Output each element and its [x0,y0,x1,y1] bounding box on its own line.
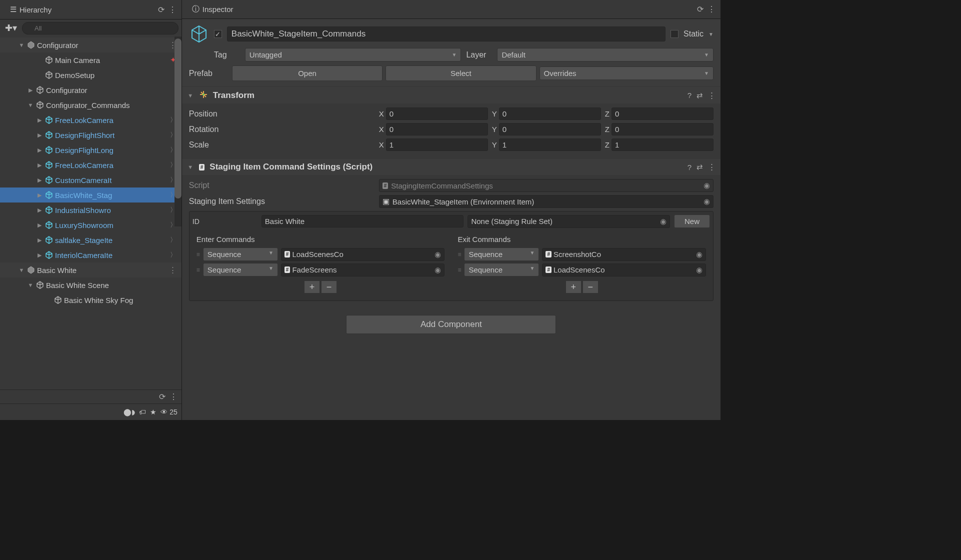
remove-command-button[interactable]: − [582,280,598,294]
position-y-input[interactable] [499,108,601,120]
object-picker-icon[interactable]: ◉ [660,217,666,226]
menu-icon[interactable]: ⋮ [708,91,716,100]
object-picker-icon[interactable]: ◉ [434,250,441,259]
tree-item[interactable]: ▶ InteriolCameraIte 〉 [0,248,182,262]
tag-icon[interactable]: 🏷 [139,408,146,416]
scrollbar[interactable] [174,36,182,226]
id-input[interactable] [262,215,464,228]
scale-x-input[interactable] [386,138,488,151]
script-header[interactable]: ▼ # Staging Item Command Settings (Scrip… [182,159,720,175]
command-object-field[interactable]: #LoadScenesCo◉ [281,248,445,261]
menu-icon[interactable]: ⋮ [170,392,178,402]
foldout-icon[interactable]: ▶ [27,87,34,94]
tree-item[interactable]: Main Camera ✦ [0,52,182,68]
add-component-button[interactable]: Add Component [346,315,556,334]
sequence-dropdown[interactable]: Sequence▼ [464,263,539,276]
preset-icon[interactable]: ⇄ [696,162,703,172]
command-object-field[interactable]: #FadeScreens◉ [281,264,445,276]
prefab-open-icon[interactable]: 〉 [170,250,176,260]
panel-menu-icon[interactable]: ⋮ [708,4,716,14]
tree-item[interactable]: ▶ LuxuryShowroom 〉 [0,218,182,232]
foldout-icon[interactable]: ▶ [36,252,43,258]
tree-item[interactable]: ▶ FreeLookCamera 〉 [0,158,182,172]
help-icon[interactable]: ? [688,163,692,172]
scene-menu-icon[interactable]: ⋮ [169,266,176,274]
drag-handle-icon[interactable]: ≡ [458,251,461,258]
prefab-cube-icon[interactable] [189,24,209,44]
tree-item[interactable]: DemoSetup [0,68,182,82]
overrides-dropdown[interactable]: Overrides▼ [540,66,714,80]
tree-item[interactable]: ▶ FreeLookCamera 〉 [0,112,182,128]
scale-y-input[interactable] [499,138,601,151]
transform-header[interactable]: ▼ Transform ? ⇄ ⋮ [182,87,720,104]
open-prefab-button[interactable]: Open [232,66,382,81]
foldout-icon[interactable]: ▶ [36,237,43,244]
foldout-icon[interactable]: ▶ [36,222,43,228]
object-picker-icon[interactable]: ◉ [696,250,702,259]
object-picker-icon[interactable]: ◉ [434,266,441,274]
tree-item[interactable]: ▼ Basic White ⋮ [0,262,182,278]
lock-icon[interactable]: ⟳ [697,4,704,14]
visibility-count[interactable]: 👁25 [160,408,178,416]
tree-item[interactable]: ▶ DesignFlightLong 〉 [0,142,182,158]
layer-dropdown[interactable]: Default▼ [497,48,714,62]
scale-z-input[interactable] [612,138,714,151]
foldout-icon[interactable]: ▶ [36,132,43,138]
tree-item[interactable]: ▶ BasicWhite_Stag 〉 [0,188,182,202]
preset-icon[interactable]: ⇄ [696,91,703,100]
tag-dropdown[interactable]: Untagged▼ [245,48,462,62]
create-button[interactable]: ✚▾ [3,22,19,34]
lock-icon[interactable]: ⟳ [158,5,164,14]
foldout-icon[interactable]: ▶ [36,207,43,214]
tree-item[interactable]: ▶ DesignFlightShort 〉 [0,128,182,142]
tree-item[interactable]: ▶ saltlake_StageIte 〉 [0,232,182,248]
tree-item[interactable]: Basic White Sky Fog [0,292,182,308]
foldout-icon[interactable]: ▼ [27,102,34,108]
tree-item[interactable]: ▼ Configurator_Commands [0,98,182,112]
pick-icon[interactable]: ⬤◗ [124,408,135,416]
panel-menu-icon[interactable]: ⋮ [168,5,176,14]
active-checkbox[interactable]: ✓ [214,30,222,38]
hierarchy-tab[interactable]: ☰ Hierarchy [5,3,56,16]
inspector-tab[interactable]: ⓘ Inspector [187,2,238,16]
foldout-icon[interactable]: ▶ [36,162,43,168]
tree-item[interactable]: ▼ Basic White Scene [0,278,182,292]
help-icon[interactable]: ? [688,91,692,100]
static-checkbox[interactable] [670,30,678,38]
object-picker-icon[interactable]: ◉ [704,197,710,206]
drag-handle-icon[interactable]: ≡ [196,251,200,258]
position-z-input[interactable] [612,108,714,120]
foldout-icon[interactable]: ▼ [187,164,194,170]
rotation-y-input[interactable] [499,123,601,136]
tree-item[interactable]: ▼ Configurator ⋮ [0,38,182,52]
rotation-z-input[interactable] [612,123,714,136]
sequence-dropdown[interactable]: Sequence▼ [203,248,278,261]
foldout-icon[interactable]: ▶ [36,147,43,154]
tree-item[interactable]: ▶ IndustrialShowro 〉 [0,202,182,218]
static-dropdown-icon[interactable]: ▼ [708,32,714,37]
add-command-button[interactable]: + [566,280,582,294]
sequence-dropdown[interactable]: Sequence▼ [203,263,278,276]
ruleset-field[interactable]: None (Staging Rule Set) ◉ [468,215,670,228]
new-button[interactable]: New [674,214,710,228]
rotation-x-input[interactable] [386,123,488,136]
search-input[interactable] [22,22,178,34]
tree-item[interactable]: ▶ CustomCameraIt 〉 [0,172,182,188]
command-object-field[interactable]: #ScreenshotCo◉ [542,248,706,261]
foldout-icon[interactable]: ▶ [36,117,43,124]
star-icon[interactable]: ★ [150,408,156,416]
prefab-open-icon[interactable]: 〉 [170,236,176,244]
drag-handle-icon[interactable]: ≡ [458,266,461,274]
foldout-icon[interactable]: ▶ [36,192,43,198]
add-command-button[interactable]: + [304,280,320,294]
remove-command-button[interactable]: − [321,280,337,294]
object-picker-icon[interactable]: ◉ [696,266,702,274]
foldout-icon[interactable]: ▼ [18,42,25,48]
foldout-icon[interactable]: ▼ [27,282,34,288]
sequence-dropdown[interactable]: Sequence▼ [464,248,539,261]
staging-settings-field[interactable]: ▣ BasicWhite_StageItem (Environment Item… [379,195,714,208]
command-object-field[interactable]: #LoadScenesCo◉ [542,264,706,276]
foldout-icon[interactable]: ▼ [187,92,194,98]
foldout-icon[interactable]: ▶ [36,177,43,184]
select-prefab-button[interactable]: Select [386,66,536,81]
